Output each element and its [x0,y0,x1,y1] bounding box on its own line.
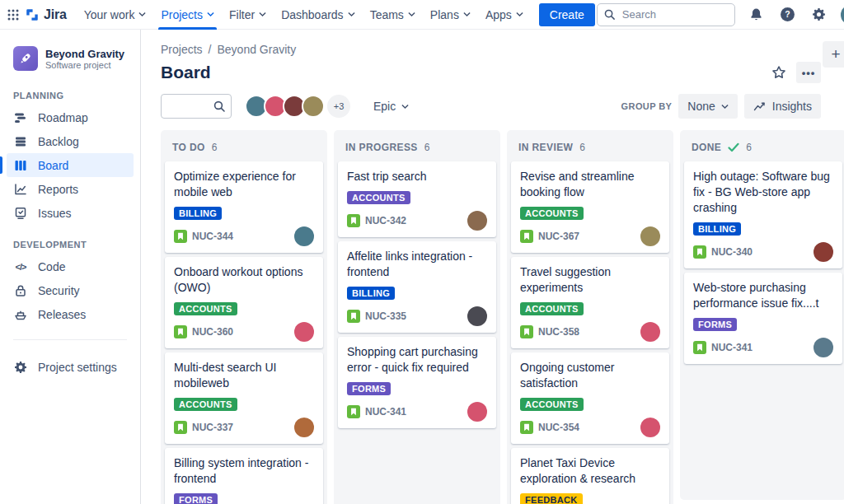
sidebar-item-project-settings[interactable]: Project settings [7,355,134,379]
card-key: NUC-367 [538,231,579,242]
issue-card[interactable]: Travel suggestion experiments ACCOUNTS N… [511,257,669,348]
board-header: Projects / Beyond Gravity Board ••• [141,30,844,119]
more-avatars-chip[interactable]: +3 [327,95,350,118]
app-switcher-icon[interactable] [7,3,20,26]
assignee-avatar[interactable] [814,338,833,357]
assignee-avatar[interactable] [467,402,487,422]
chevron-down-icon [721,104,729,110]
board-column: IN REVIEW 6 Revise and streamline bookin… [507,130,673,504]
nav-label: Dashboards [281,8,344,21]
assignee-avatar[interactable] [467,211,487,231]
sidebar-item-label: Releases [38,308,86,321]
help-icon[interactable]: ? [778,5,798,25]
nav-plans[interactable]: Plans [423,0,478,30]
sidebar-item-backlog[interactable]: Backlog [7,129,134,153]
jira-logo[interactable]: Jira [21,7,75,22]
top-navigation: Jira Your work Projects Filter Dashboard… [0,0,844,30]
notifications-bell-icon[interactable] [747,5,767,25]
more-menu-button[interactable]: ••• [796,62,821,83]
nav-your-work[interactable]: Your work [77,0,154,30]
assignee-avatar[interactable] [814,242,833,262]
ship-icon [13,308,28,321]
story-type-icon [347,214,360,227]
card-title: High outage: Software bug fix - BG Web-s… [693,169,833,216]
issue-card[interactable]: Web-store purchasing performance issue f… [684,273,842,364]
assignee-avatar[interactable] [294,226,314,246]
project-header[interactable]: Beyond Gravity Software project [7,44,134,76]
sidebar-item-reports[interactable]: Reports [7,177,134,201]
board-column: IN PROGRESS 6 Fast trip search ACCOUNTS … [334,130,500,504]
nav-dashboards[interactable]: Dashboards [274,0,363,30]
group-by-dropdown[interactable]: None [678,94,737,119]
global-search-input[interactable] [597,3,735,26]
chevron-down-icon [138,12,146,17]
card-label: BILLING [693,222,741,236]
card-footer: NUC-341 [693,338,833,357]
issue-card[interactable]: Billing system integration - frontend FO… [165,448,323,504]
assignee-avatar[interactable] [640,226,660,246]
sidebar-item-code[interactable]: </> Code [7,254,134,278]
card-footer: NUC-358 [520,322,660,342]
story-type-icon [520,325,533,338]
assignee-avatar[interactable] [302,95,325,118]
group-by-label: GROUP BY [621,101,673,111]
issue-card[interactable]: Optimize experience for mobile web BILLI… [165,161,323,253]
breadcrumb-projects[interactable]: Projects [161,43,203,56]
section-planning: PLANNING [7,76,134,105]
breadcrumb-project-name[interactable]: Beyond Gravity [217,43,296,56]
user-avatar[interactable] [841,5,844,25]
assignee-avatar[interactable] [640,418,660,437]
assignee-avatar[interactable] [294,418,314,437]
sidebar-item-security[interactable]: Security [7,278,134,302]
column-title: IN PROGRESS [345,142,418,153]
settings-gear-icon[interactable] [809,5,829,25]
sidebar-item-board[interactable]: Board [7,153,134,177]
card-list: Revise and streamline booking flow ACCOU… [507,161,673,504]
column-count: 6 [746,142,752,153]
assignee-avatar[interactable] [640,322,660,342]
card-label: ACCOUNTS [520,398,584,411]
assignee-avatar-strip [245,95,325,118]
insights-button[interactable]: Insights [744,94,821,119]
sidebar-item-issues[interactable]: Issues [7,201,134,225]
nav-apps[interactable]: Apps [478,0,531,30]
card-key: NUC-360 [192,326,233,338]
issue-card[interactable]: Revise and streamline booking flow ACCOU… [511,161,669,253]
sidebar-item-label: Board [38,159,68,172]
story-type-icon [693,341,706,354]
issue-card[interactable]: Affelite links integration - frontend BI… [338,241,496,333]
add-column-button[interactable]: + [823,41,844,68]
card-title: Billing system integration - frontend [174,455,314,487]
nav-teams[interactable]: Teams [363,0,423,30]
assignee-avatar[interactable] [467,306,487,326]
column-count: 6 [212,142,218,153]
star-icon[interactable] [767,62,791,83]
chevron-down-icon [463,12,471,17]
issue-card[interactable]: Onboard workout options (OWO) ACCOUNTS N… [165,257,323,348]
global-search [597,3,735,26]
issue-card[interactable]: Ongoing customer satisfaction ACCOUNTS N… [511,352,669,444]
create-button[interactable]: Create [539,3,595,26]
chevron-down-icon [259,12,266,17]
issue-card[interactable]: Multi-dest search UI mobileweb ACCOUNTS … [165,352,323,444]
nav-label: Apps [485,8,512,21]
jira-logo-text: Jira [44,7,67,22]
chevron-down-icon [408,12,415,17]
issue-card[interactable]: Fast trip search ACCOUNTS NUC-342 [338,161,496,237]
sidebar-item-label: Security [38,284,80,297]
card-key: NUC-335 [365,310,406,322]
issue-card[interactable]: High outage: Software bug fix - BG Web-s… [684,161,842,268]
sidebar-item-roadmap[interactable]: Roadmap [7,105,134,129]
assignee-avatar[interactable] [294,322,314,342]
epic-filter-dropdown[interactable]: Epic [368,96,414,117]
story-type-icon [347,405,360,418]
search-icon [213,100,226,116]
sidebar-item-releases[interactable]: Releases [7,302,134,326]
nav-filter[interactable]: Filter [222,0,274,30]
issue-card[interactable]: Shopping cart purchasing error - quick f… [338,337,496,428]
card-key: NUC-341 [711,342,753,353]
sidebar-item-label: Backlog [38,135,79,148]
issue-card[interactable]: Planet Taxi Device exploration & researc… [511,448,669,504]
nav-projects[interactable]: Projects [153,0,222,30]
nav-label: Your work [84,8,135,21]
